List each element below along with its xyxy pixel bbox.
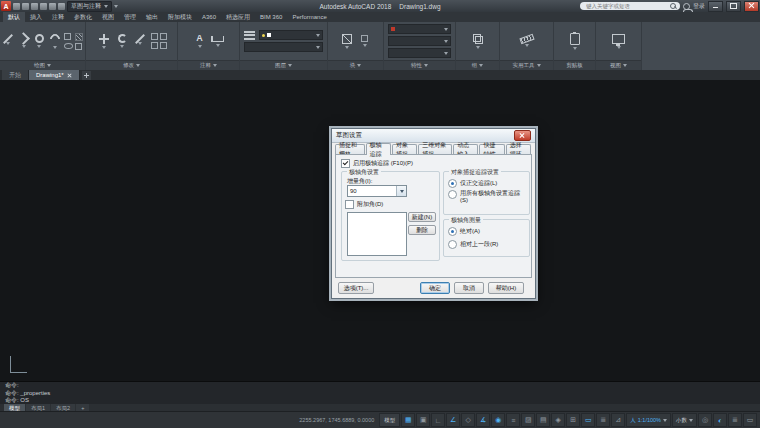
- close-tab-icon[interactable]: [67, 73, 72, 78]
- object-snap-tracking-toggle[interactable]: ∡: [476, 413, 490, 427]
- ribbon-tab-bim360[interactable]: BIM 360: [255, 12, 287, 22]
- panel-draw-label[interactable]: 绘图: [0, 60, 85, 70]
- combo-drop-button[interactable]: [396, 186, 406, 196]
- layer-properties-icon[interactable]: [244, 31, 255, 40]
- move-button[interactable]: [97, 23, 112, 59]
- search-icon[interactable]: [670, 3, 676, 9]
- polar-tracking-toggle[interactable]: ∠: [446, 413, 460, 427]
- panel-properties-label[interactable]: 特性: [384, 60, 455, 70]
- panel-block-label[interactable]: 块: [328, 60, 383, 70]
- paste-button[interactable]: [567, 23, 582, 59]
- customize-button[interactable]: ≣: [728, 413, 742, 427]
- plot-icon[interactable]: [40, 3, 47, 10]
- graphics-performance-button[interactable]: ◐: [713, 413, 727, 427]
- additional-angles-list[interactable]: [347, 212, 407, 256]
- file-tab-drawing1[interactable]: Drawing1*: [29, 70, 80, 80]
- options-button[interactable]: 选项(T)...: [338, 282, 374, 294]
- application-menu-button[interactable]: A: [1, 1, 11, 11]
- sign-in-label[interactable]: 登录: [693, 2, 705, 11]
- ribbon-tab-insert[interactable]: 插入: [25, 12, 47, 22]
- measure-button[interactable]: [519, 23, 534, 59]
- object-color-dropdown[interactable]: [388, 24, 451, 34]
- panel-view-label[interactable]: 视图: [596, 60, 641, 70]
- tab-polar-tracking[interactable]: 极轴追踪: [366, 143, 391, 155]
- text-button[interactable]: A: [192, 23, 207, 59]
- object-snap-toggle[interactable]: ◉: [491, 413, 505, 427]
- circle-button[interactable]: [33, 23, 46, 59]
- ribbon-tab-annotate[interactable]: 注释: [47, 12, 69, 22]
- ribbon-tab-manage[interactable]: 管理: [119, 12, 141, 22]
- view-button[interactable]: [611, 23, 626, 59]
- layer-dropdown[interactable]: [259, 30, 323, 40]
- lineweight-toggle[interactable]: ≡: [506, 413, 520, 427]
- insert-block-button[interactable]: [339, 23, 354, 59]
- mirror-icon[interactable]: [160, 33, 167, 40]
- help-search-box[interactable]: [580, 2, 680, 10]
- panel-layers-label[interactable]: 图层: [240, 60, 327, 70]
- quick-access-menu-icon[interactable]: [114, 5, 118, 8]
- help-button[interactable]: 帮助(H): [488, 282, 524, 294]
- line-button[interactable]: [2, 23, 15, 59]
- ribbon-tab-view[interactable]: 视图: [97, 12, 119, 22]
- ortho-tracking-radio[interactable]: [448, 179, 457, 188]
- hatch-icon[interactable]: [75, 33, 83, 41]
- increment-angle-combobox[interactable]: 90: [347, 185, 407, 197]
- ribbon-tab-default[interactable]: 默认: [3, 12, 25, 22]
- new-angle-button[interactable]: 新建(N): [408, 212, 436, 222]
- delete-angle-button[interactable]: 删除: [408, 225, 436, 235]
- annotation-scale-control[interactable]: 人 1:1/100%: [626, 413, 671, 427]
- units-control[interactable]: 小数: [672, 413, 697, 427]
- rectangle-icon[interactable]: [64, 33, 71, 40]
- panel-annotation-label[interactable]: 注释: [178, 60, 239, 70]
- arc-button[interactable]: [49, 23, 62, 59]
- relative-radio[interactable]: [448, 240, 457, 249]
- new-file-icon[interactable]: [13, 3, 20, 10]
- panel-groups-label[interactable]: 组: [456, 60, 499, 70]
- workspace-switcher[interactable]: 草图与注释: [67, 1, 112, 12]
- isolate-objects-button[interactable]: ◎: [698, 413, 712, 427]
- ribbon-tab-addins[interactable]: 附加模块: [163, 12, 197, 22]
- grid-display-toggle[interactable]: ▦: [401, 413, 415, 427]
- enable-polar-tracking-checkbox[interactable]: [341, 159, 350, 168]
- array-icon[interactable]: [151, 42, 158, 49]
- selection-cycling-toggle[interactable]: ▤: [536, 413, 550, 427]
- rotate-button[interactable]: [115, 23, 130, 59]
- ribbon-tab-featured-apps[interactable]: 精选应用: [221, 12, 255, 22]
- ribbon-tab-a360[interactable]: A360: [197, 12, 221, 22]
- clean-screen-button[interactable]: ▭: [743, 413, 757, 427]
- redo-icon[interactable]: [58, 3, 65, 10]
- command-line[interactable]: 命令: 命令: _properties 命令: OS: [0, 381, 760, 404]
- panel-utilities-label[interactable]: 实用工具: [500, 60, 553, 70]
- create-block-button[interactable]: [357, 23, 372, 59]
- copy-icon[interactable]: [151, 33, 158, 40]
- annotation-monitor-toggle[interactable]: ⊿: [611, 413, 625, 427]
- lineweight-dropdown[interactable]: [388, 36, 451, 46]
- spline-icon[interactable]: [75, 43, 82, 50]
- layer-state-dropdown[interactable]: [244, 42, 323, 52]
- transparency-toggle[interactable]: ▨: [521, 413, 535, 427]
- additional-angles-checkbox[interactable]: [345, 200, 354, 209]
- save-icon[interactable]: [31, 3, 38, 10]
- dynamic-ucs-toggle[interactable]: ⊞: [566, 413, 580, 427]
- dynamic-input-toggle[interactable]: ▭: [581, 413, 595, 427]
- model-space-button[interactable]: 模型: [379, 413, 400, 427]
- undo-icon[interactable]: [49, 3, 56, 10]
- panel-clipboard-label[interactable]: 剪贴板: [554, 60, 595, 70]
- group-button[interactable]: [470, 23, 485, 59]
- trim-button[interactable]: [133, 23, 148, 59]
- quick-properties-toggle[interactable]: ≣: [596, 413, 610, 427]
- linetype-dropdown[interactable]: [388, 48, 451, 58]
- open-file-icon[interactable]: [22, 3, 29, 10]
- all-polar-tracking-radio[interactable]: [448, 190, 457, 199]
- close-button[interactable]: [744, 1, 759, 12]
- cancel-button[interactable]: 取消: [454, 282, 484, 294]
- search-input[interactable]: [584, 2, 668, 10]
- ellipse-icon[interactable]: [64, 43, 73, 49]
- absolute-radio[interactable]: [448, 227, 457, 236]
- ribbon-tab-performance[interactable]: Performance: [287, 12, 331, 22]
- panel-modify-label[interactable]: 修改: [86, 60, 177, 70]
- isometric-drafting-toggle[interactable]: ◇: [461, 413, 475, 427]
- ribbon-tab-parametric[interactable]: 参数化: [69, 12, 97, 22]
- maximize-button[interactable]: [726, 1, 741, 12]
- dimension-button[interactable]: [210, 23, 225, 59]
